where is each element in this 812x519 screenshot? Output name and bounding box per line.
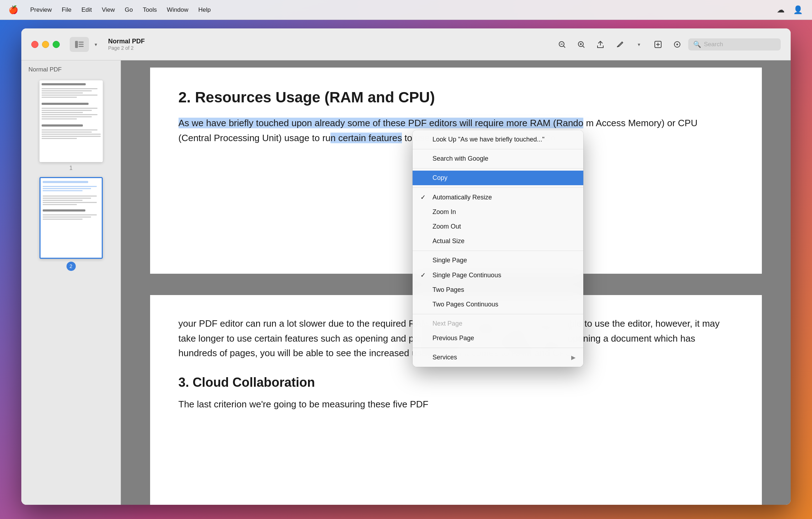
menu-item-actual-size[interactable]: Actual Size (413, 234, 583, 248)
thumb1-line7 (42, 110, 92, 111)
traffic-lights (31, 41, 60, 48)
copy-label: Copy (432, 174, 447, 182)
add-annotation-button[interactable] (650, 37, 666, 52)
thumb1-line12 (42, 129, 98, 130)
menu-item-two-pages[interactable]: Two Pages (413, 283, 583, 297)
fullscreen-button[interactable] (53, 41, 60, 48)
previous-page-label: Previous Page (432, 335, 474, 342)
document-title: Normal PDF (108, 38, 145, 45)
separator-4 (413, 251, 583, 251)
single-page-cont-checkmark: ✓ (420, 271, 429, 279)
thumb2-line1 (43, 186, 97, 187)
svg-rect-0 (75, 41, 78, 48)
thumb1-line5 (42, 97, 77, 98)
menu-preview[interactable]: Preview (25, 5, 57, 15)
menu-item-auto-resize[interactable]: ✓ Automatically Resize (413, 190, 583, 205)
menu-item-zoom-out[interactable]: Zoom Out (413, 219, 583, 234)
thumb2-line7 (43, 202, 97, 203)
thumbnail-1-image (39, 80, 103, 162)
pdf-heading-2: 2. Resources Usage (RAM and CPU) (179, 89, 733, 106)
search-placeholder: Search (704, 41, 723, 48)
menu-item-single-page-cont[interactable]: ✓ Single Page Continuous (413, 268, 583, 283)
document-title-area: Normal PDF Page 2 of 2 (108, 38, 145, 51)
auto-resize-label: Automatically Resize (432, 194, 492, 201)
next-page-label: Next Page (432, 320, 462, 327)
two-pages-cont-label: Two Pages Continuous (432, 301, 498, 308)
thumb1-heading (42, 83, 86, 85)
services-arrow-icon: ▶ (571, 354, 575, 361)
thumb1-heading2 (42, 103, 89, 105)
thumb1-line13 (42, 132, 92, 133)
thumb2-line8 (43, 204, 77, 205)
markup-button[interactable] (611, 37, 628, 52)
menu-file[interactable]: File (57, 5, 76, 15)
separator-5 (413, 314, 583, 314)
thumb1-line8 (42, 112, 83, 113)
markup-chevron-button[interactable]: ▾ (631, 37, 647, 52)
lookup-label: Look Up "As we have briefly touched..." (432, 136, 545, 143)
zoom-out-button[interactable] (554, 37, 570, 52)
svg-rect-1 (79, 42, 84, 43)
thumbnail-list: 1 (21, 77, 121, 505)
separator-3 (413, 187, 583, 188)
thumb2-line6 (43, 200, 83, 201)
pdf-selected-text: As we have briefly touched upon already … (179, 118, 584, 128)
menu-item-services[interactable]: Services ▶ (413, 350, 583, 365)
menu-help[interactable]: Help (193, 5, 216, 15)
thumb2-line2 (43, 188, 91, 189)
services-label: Services (432, 354, 457, 361)
thumb1-line10 (42, 116, 92, 117)
menu-item-lookup[interactable]: Look Up "As we have briefly touched..." (413, 132, 583, 147)
menu-bar: 🍎 Preview File Edit View Go Tools Window… (0, 0, 812, 20)
thumb2-heading2 (43, 209, 85, 212)
menu-item-search-google[interactable]: Search with Google (413, 151, 583, 166)
thumb1-line16 (42, 138, 77, 139)
separator-2 (413, 168, 583, 168)
close-button[interactable] (31, 41, 38, 48)
apple-menu[interactable]: 🍎 (9, 5, 18, 15)
share-button[interactable] (592, 37, 609, 52)
thumbnail-page-2[interactable]: 2 (39, 177, 103, 271)
menu-item-copy[interactable]: Copy (413, 171, 583, 185)
menu-view[interactable]: View (97, 5, 120, 15)
menu-item-two-pages-cont[interactable]: Two Pages Continuous (413, 297, 583, 312)
thumb1-heading3 (42, 124, 83, 127)
menu-item-previous-page[interactable]: Previous Page (413, 331, 583, 346)
sidebar-toggle-button[interactable] (70, 37, 89, 52)
sidebar-panel: Normal PDF (21, 60, 121, 505)
zoom-in-button[interactable] (573, 37, 589, 52)
menu-tools[interactable]: Tools (138, 5, 162, 15)
thumb1-line4 (42, 95, 98, 96)
single-page-label: Single Page (432, 257, 467, 264)
minimize-button[interactable] (42, 41, 49, 48)
creative-cloud-icon[interactable]: ☁ (775, 4, 786, 16)
thumb1-line14 (42, 134, 101, 135)
menu-item-next-page: Next Page (413, 316, 583, 331)
user-icon[interactable]: 👤 (792, 4, 803, 16)
svg-rect-2 (79, 44, 84, 45)
menu-edit[interactable]: Edit (76, 5, 97, 15)
pdf-heading-3: 3. Cloud Collaboration (179, 375, 733, 390)
sidebar-chevron-icon[interactable]: ▾ (90, 37, 101, 52)
menu-bar-right-icons: ☁ 👤 (775, 4, 803, 16)
menu-go[interactable]: Go (120, 5, 138, 15)
thumb2-line5 (43, 198, 91, 199)
thumbnail-page-1[interactable]: 1 (39, 80, 103, 171)
thumb2-line9 (43, 214, 97, 215)
menu-item-zoom-in[interactable]: Zoom In (413, 205, 583, 219)
toolbar-actions: ▾ 🔍 Search (554, 37, 781, 52)
zoom-in-label: Zoom In (432, 208, 456, 216)
actual-size-label: Actual Size (432, 237, 465, 245)
search-bar[interactable]: 🔍 Search (688, 38, 781, 50)
thumb2-heading1 (43, 181, 88, 183)
window-toolbar: ▾ Normal PDF Page 2 of 2 (21, 28, 791, 60)
thumb1-line15 (42, 136, 101, 137)
document-page-info: Page 2 of 2 (108, 45, 145, 51)
menu-item-single-page[interactable]: Single Page (413, 253, 583, 268)
thumb1-line3 (42, 92, 83, 93)
menu-window[interactable]: Window (162, 5, 193, 15)
pdf-viewer[interactable]: 2. Resources Usage (RAM and CPU) As we h… (121, 60, 791, 505)
thumb1-line9 (42, 114, 98, 115)
highlight-button[interactable] (669, 37, 685, 52)
search-icon: 🔍 (693, 41, 701, 48)
